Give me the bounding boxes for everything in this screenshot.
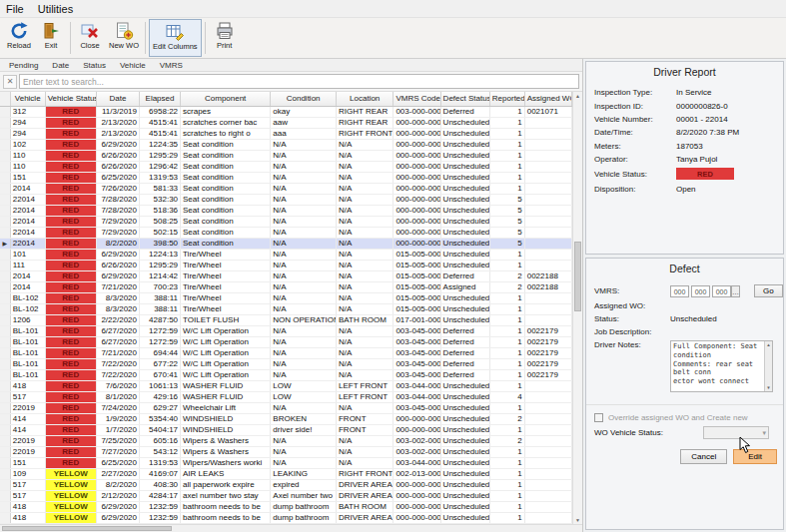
cell[interactable]: 418 — [10, 512, 45, 523]
cell[interactable]: N/A — [336, 446, 393, 457]
vehicle-status-cell[interactable]: RED — [45, 402, 96, 413]
cell[interactable] — [524, 117, 571, 128]
cell[interactable]: Unscheduled — [440, 457, 489, 468]
table-row[interactable]: 22014RED7/29/2020502:15Seat conditionN/A… — [0, 227, 572, 238]
cell[interactable]: 22014 — [10, 238, 45, 249]
cell[interactable]: N/A — [271, 457, 337, 468]
cell[interactable]: N/A — [336, 281, 393, 292]
table-row[interactable]: 2014RED7/26/2020581:33Seat conditionN/AN… — [0, 183, 572, 194]
cell[interactable]: expired — [271, 479, 337, 490]
table-row[interactable]: ▶22014RED8/2/2020398:50Seat conditionN/A… — [0, 238, 572, 249]
cell[interactable]: 1 — [489, 172, 524, 183]
cell[interactable]: LOW — [271, 391, 337, 402]
cell[interactable] — [524, 314, 571, 325]
column-header-vehicle[interactable]: Vehicle — [10, 92, 45, 106]
cell[interactable] — [524, 292, 571, 303]
cell[interactable]: 1319:53 — [140, 457, 181, 468]
cell[interactable]: Tire/Wheel — [181, 292, 271, 303]
cell[interactable]: 670:41 — [140, 369, 181, 380]
cell[interactable]: 1 — [489, 139, 524, 150]
cell[interactable]: Unscheduled — [440, 391, 489, 402]
cell[interactable]: 003-045-000 — [393, 336, 440, 347]
cell[interactable]: 2/27/2020 — [96, 468, 139, 479]
cell[interactable]: 1224:35 — [140, 139, 181, 150]
cell[interactable]: 408:30 — [140, 479, 181, 490]
exit-button[interactable]: Exit — [35, 19, 67, 57]
close-button[interactable]: Close — [74, 19, 106, 57]
cell[interactable]: Unscheduled — [440, 479, 489, 490]
cell[interactable]: N/A — [336, 161, 393, 172]
cell[interactable] — [524, 303, 571, 314]
vehicle-status-cell[interactable]: RED — [45, 424, 96, 435]
cell[interactable]: 294 — [10, 128, 45, 139]
cell[interactable]: 1 — [489, 336, 524, 347]
vehicle-status-cell[interactable]: RED — [45, 281, 96, 292]
cell[interactable]: 2/13/2020 — [96, 117, 139, 128]
cell[interactable]: BROKEN — [271, 413, 337, 424]
cell[interactable]: Seat condition — [181, 194, 271, 205]
cell[interactable]: 6958:22 — [140, 106, 181, 117]
cell[interactable]: 1 — [489, 512, 524, 523]
cell[interactable]: W/C Lift Operation — [181, 358, 271, 369]
table-row[interactable]: BL-101RED7/22/2020670:41W/C Lift Operati… — [0, 369, 572, 380]
vehicle-status-cell[interactable]: RED — [45, 369, 96, 380]
vmrs-input[interactable]: 000 — [670, 285, 689, 297]
cell[interactable]: 000-000-000 — [393, 424, 440, 435]
column-header-component[interactable]: Component — [181, 92, 271, 106]
cell[interactable] — [524, 413, 571, 424]
cell[interactable]: 111 — [10, 260, 45, 270]
cell[interactable]: 015-005-000 — [393, 270, 440, 281]
table-row[interactable]: 151RED6/25/20201319:53Wipers/Washers wor… — [0, 457, 572, 468]
cell[interactable]: 1 — [489, 501, 524, 512]
cell[interactable]: 4284:17 — [140, 490, 181, 501]
cell[interactable]: Deferred — [440, 347, 489, 358]
edit-columns-button[interactable]: Edit Columns — [149, 19, 202, 57]
cell[interactable]: 000-000-000 — [393, 172, 440, 183]
vehicle-status-cell[interactable]: RED — [45, 336, 96, 347]
table-row[interactable]: BL-101RED7/21/2020694:44W/C Lift Operati… — [0, 347, 572, 358]
table-row[interactable]: 414RED1/7/20205404:17WINDSHIELDdriver si… — [0, 424, 572, 435]
cell[interactable]: N/A — [336, 347, 393, 358]
cell[interactable]: 000-000-000 — [393, 205, 440, 216]
cell[interactable]: Unscheduled — [440, 303, 489, 314]
cell[interactable]: 1 — [489, 369, 524, 380]
cell[interactable]: 8/1/2020 — [96, 391, 139, 402]
cell[interactable]: N/A — [271, 435, 337, 446]
cell[interactable]: WASHER FLUID — [181, 380, 271, 391]
table-row[interactable]: 102RED6/29/20201224:35Seat conditionN/AN… — [0, 139, 572, 150]
cell[interactable]: 7/27/2020 — [96, 446, 139, 457]
cell[interactable]: Seat condition — [181, 150, 271, 161]
cell[interactable]: W/C Lift Operation — [181, 369, 271, 380]
vehicle-status-cell[interactable]: RED — [45, 270, 96, 281]
cell[interactable]: Tire/Wheel — [181, 270, 271, 281]
cell[interactable]: all paperwork expire — [181, 479, 271, 490]
cell[interactable]: BL-101 — [10, 358, 45, 369]
vehicle-status-cell[interactable]: YELLOW — [45, 501, 96, 512]
cell[interactable]: 0022179 — [524, 325, 571, 336]
cell[interactable] — [524, 402, 571, 413]
cell[interactable]: Seat condition — [181, 216, 271, 227]
cell[interactable]: 11/3/2019 — [96, 106, 139, 117]
table-row[interactable]: 418RED7/6/20201061:13WASHER FLUIDLOWLEFT… — [0, 380, 572, 391]
cell[interactable]: 700:23 — [140, 281, 181, 292]
cell[interactable]: 1 — [489, 457, 524, 468]
cell[interactable]: 015-005-000 — [393, 260, 440, 270]
cell[interactable]: AIR LEAKS — [181, 468, 271, 479]
cell[interactable]: 7/28/2020 — [96, 194, 139, 205]
cell[interactable]: 2014 — [10, 183, 45, 194]
cell[interactable]: FRONT — [336, 424, 393, 435]
cell[interactable]: BATH ROOM — [336, 314, 393, 325]
cell[interactable]: 22014 — [10, 216, 45, 227]
vehicle-status-cell[interactable]: YELLOW — [45, 490, 96, 501]
cell[interactable]: 1 — [489, 325, 524, 336]
cell[interactable]: scratches corner bac — [181, 117, 271, 128]
vehicle-status-cell[interactable]: RED — [45, 260, 96, 270]
vehicle-status-cell[interactable]: YELLOW — [45, 468, 96, 479]
cell[interactable]: N/A — [336, 249, 393, 260]
table-row[interactable]: 418YELLOW6/29/20201232:59bathroom needs … — [0, 512, 572, 523]
cell[interactable]: 7/29/2020 — [96, 227, 139, 238]
cell[interactable]: 000-000-000 — [393, 216, 440, 227]
cell[interactable]: 1 — [489, 424, 524, 435]
cell[interactable] — [524, 501, 571, 512]
cell[interactable]: 151 — [10, 457, 45, 468]
